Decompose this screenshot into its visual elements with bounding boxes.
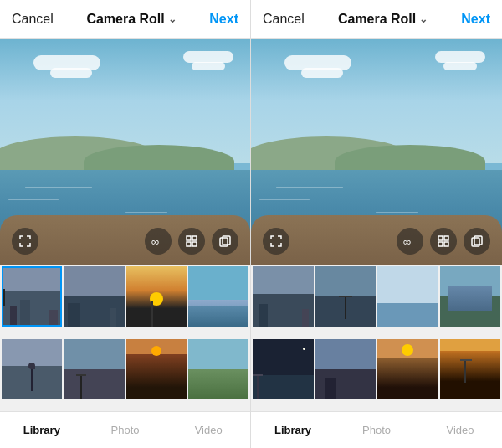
right-cloud-3 xyxy=(435,51,485,63)
svg-rect-8 xyxy=(438,236,443,240)
right-grid-icon xyxy=(438,235,449,247)
left-tab-video[interactable]: Video xyxy=(166,412,250,448)
grid-icon xyxy=(186,235,197,247)
right-tab-photo[interactable]: Photo xyxy=(335,412,418,448)
right-wave-2 xyxy=(259,199,310,200)
right-thumbnail-grid xyxy=(251,265,502,411)
right-cloud-4 xyxy=(443,62,477,70)
cloud-3 xyxy=(183,51,233,63)
left-preview-image: ∞ xyxy=(0,39,250,265)
right-thumb-3[interactable] xyxy=(377,266,438,327)
left-expand-button[interactable] xyxy=(12,228,38,255)
thumb-6[interactable] xyxy=(64,339,124,399)
right-thumb-1[interactable] xyxy=(253,266,314,327)
cloud-4 xyxy=(192,62,225,70)
right-tab-bar: Library Photo Video xyxy=(251,411,502,448)
left-tab-library[interactable]: Library xyxy=(0,412,84,448)
left-thumbnail-grid xyxy=(0,265,250,411)
svg-rect-1 xyxy=(187,236,191,240)
wave-3 xyxy=(126,212,167,213)
right-thumb-6[interactable] xyxy=(315,339,376,400)
copy-icon xyxy=(219,235,231,247)
right-preview-toolbar: ∞ xyxy=(251,228,502,255)
right-copy-button[interactable] xyxy=(464,228,490,255)
svg-rect-3 xyxy=(187,242,191,246)
svg-rect-9 xyxy=(444,236,448,240)
left-panel: Cancel Camera Roll ⌄ Next xyxy=(0,0,251,448)
right-loop-button[interactable]: ∞ xyxy=(397,228,423,255)
thumb-2[interactable] xyxy=(64,266,124,327)
right-copy-icon xyxy=(471,235,483,247)
left-tool-group: ∞ xyxy=(145,228,238,255)
left-copy-button[interactable] xyxy=(212,228,238,255)
app-container: Cancel Camera Roll ⌄ Next xyxy=(0,0,502,448)
right-tool-group: ∞ xyxy=(397,228,490,255)
right-preview-image: ∞ xyxy=(251,39,502,265)
right-title[interactable]: Camera Roll ⌄ xyxy=(338,12,428,27)
right-panel: Cancel Camera Roll ⌄ Next xyxy=(251,0,502,448)
thumb-7[interactable] xyxy=(126,339,187,399)
svg-rect-10 xyxy=(438,242,443,246)
left-title[interactable]: Camera Roll ⌄ xyxy=(86,12,176,27)
right-cancel-button[interactable]: Cancel xyxy=(263,12,305,27)
left-chevron-icon: ⌄ xyxy=(168,13,177,25)
right-wave-3 xyxy=(376,212,418,213)
right-thumb-7[interactable] xyxy=(377,339,438,400)
right-expand-icon xyxy=(270,235,282,247)
right-next-button[interactable]: Next xyxy=(461,12,490,27)
svg-text:∞: ∞ xyxy=(151,236,159,246)
right-loop-icon: ∞ xyxy=(403,236,417,246)
svg-rect-11 xyxy=(444,242,448,246)
right-expand-button[interactable] xyxy=(263,228,289,255)
right-tab-video[interactable]: Video xyxy=(418,412,502,448)
right-thumb-2[interactable] xyxy=(315,266,376,327)
thumb-1[interactable] xyxy=(2,266,62,327)
right-thumb-4[interactable] xyxy=(440,266,501,327)
left-grid-button[interactable] xyxy=(178,228,205,255)
wave-2 xyxy=(8,199,59,200)
svg-rect-2 xyxy=(192,236,197,240)
thumb-3[interactable] xyxy=(126,266,187,327)
right-tab-library[interactable]: Library xyxy=(251,412,335,448)
svg-rect-4 xyxy=(192,242,197,246)
svg-rect-13 xyxy=(474,236,482,245)
right-grid-button[interactable] xyxy=(430,228,457,255)
left-tab-photo[interactable]: Photo xyxy=(84,412,167,448)
expand-icon xyxy=(19,235,31,247)
left-cancel-button[interactable]: Cancel xyxy=(12,12,54,27)
left-loop-button[interactable]: ∞ xyxy=(145,228,172,255)
thumb-4[interactable] xyxy=(188,266,248,327)
left-preview-toolbar: ∞ xyxy=(0,228,250,255)
left-next-button[interactable]: Next xyxy=(209,12,238,27)
right-wave-1 xyxy=(276,187,343,188)
left-header: Cancel Camera Roll ⌄ Next xyxy=(0,0,250,39)
thumb-5[interactable] xyxy=(2,339,62,399)
right-thumb-5[interactable] xyxy=(253,339,314,400)
right-header: Cancel Camera Roll ⌄ Next xyxy=(251,0,502,39)
svg-text:∞: ∞ xyxy=(403,236,411,246)
thumb-8[interactable] xyxy=(188,339,248,399)
right-chevron-icon: ⌄ xyxy=(419,13,428,25)
cloud-2 xyxy=(50,68,92,78)
wave-1 xyxy=(25,187,92,188)
loop-icon: ∞ xyxy=(151,236,165,246)
right-cloud-2 xyxy=(301,68,343,78)
right-thumb-8[interactable] xyxy=(440,339,501,400)
left-tab-bar: Library Photo Video xyxy=(0,411,250,448)
